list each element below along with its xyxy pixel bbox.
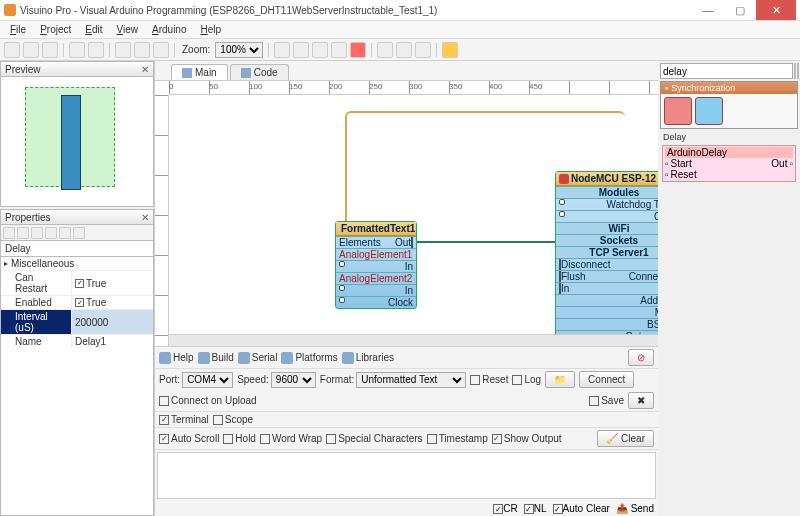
tool-save[interactable] [42, 42, 58, 58]
subtab-terminal[interactable]: ✓Terminal [159, 414, 209, 425]
tool-paste[interactable] [153, 42, 169, 58]
log-path-button[interactable]: 📁 [545, 371, 575, 388]
tool-delete[interactable] [350, 42, 366, 58]
bottom-tab-serial[interactable]: Serial [238, 352, 278, 364]
bottom-panel-close[interactable]: ⊘ [628, 349, 654, 366]
prop-tool-6[interactable] [73, 227, 85, 239]
menu-help[interactable]: Help [194, 23, 227, 36]
design-canvas[interactable]: 050100150200250300350400450 FormattedTex… [155, 81, 658, 346]
speed-select[interactable]: 9600 [271, 372, 316, 388]
node-icon [559, 174, 569, 184]
log-checkbox[interactable] [512, 375, 522, 385]
bottom-tab-platforms[interactable]: Platforms [281, 352, 337, 364]
property-row[interactable]: Can Restart✓ True [1, 270, 153, 295]
bottom-tab-help[interactable]: Help [159, 352, 194, 364]
clear-button[interactable]: 🧹 Clear [597, 430, 654, 447]
tool-copy[interactable] [134, 42, 150, 58]
opt-timestamp[interactable]: Timestamp [427, 433, 488, 444]
tool-c[interactable] [312, 42, 328, 58]
node-formattedtext1[interactable]: FormattedText1 ElementsOut AnalogElement… [335, 221, 417, 309]
connect-upload-checkbox[interactable] [159, 396, 169, 406]
tool-f[interactable] [396, 42, 412, 58]
node-nodemcu[interactable]: NodeMCU ESP-12 Modules Watchdog Timer Cl… [555, 171, 658, 346]
properties-grid[interactable]: Miscellaneous Can Restart✓ TrueEnabled✓ … [0, 257, 154, 516]
opt-word-wrap[interactable]: Word Wrap [260, 433, 322, 444]
menu-project[interactable]: Project [34, 23, 77, 36]
tool-cut[interactable] [115, 42, 131, 58]
properties-header: Properties✕ [0, 209, 154, 225]
editor-tabs: MainCode [155, 61, 658, 81]
tool-b[interactable] [293, 42, 309, 58]
preview-header: Preview✕ [0, 61, 154, 77]
center-panel: MainCode 050100150200250300350400450 For… [155, 61, 658, 516]
terminal-output[interactable] [157, 452, 656, 499]
left-panel: Preview✕ Properties✕ Delay Miscellaneous… [0, 61, 155, 516]
search-tool-1[interactable] [794, 63, 796, 79]
preview-close[interactable]: ✕ [141, 64, 149, 75]
component-icon-1[interactable] [664, 97, 692, 125]
prop-tool-1[interactable] [3, 227, 15, 239]
prop-tool-2[interactable] [17, 227, 29, 239]
prop-tool-4[interactable] [45, 227, 57, 239]
main-toolbar: Zoom: 100% [0, 39, 800, 61]
node-title: NodeMCU ESP-12 [571, 173, 656, 184]
send-button[interactable]: 📤 Send [616, 503, 654, 514]
zoom-select[interactable]: 100% [215, 42, 263, 58]
preview-pane[interactable] [0, 77, 154, 207]
tool-a[interactable] [274, 42, 290, 58]
bottom-tab-build[interactable]: Build [198, 352, 234, 364]
save-checkbox[interactable] [589, 396, 599, 406]
cr-checkbox[interactable]: ✓ [493, 504, 503, 514]
canvas-scrollbar-h[interactable] [169, 334, 658, 346]
property-category[interactable]: Miscellaneous [1, 257, 153, 270]
nl-checkbox[interactable]: ✓ [524, 504, 534, 514]
app-icon [4, 4, 16, 16]
category-panel: Synchronization [660, 81, 798, 129]
tool-undo[interactable] [69, 42, 85, 58]
search-tool-2[interactable] [797, 63, 799, 79]
tool-e[interactable] [377, 42, 393, 58]
tool-d[interactable] [331, 42, 347, 58]
port-select[interactable]: COM4 [182, 372, 233, 388]
property-row[interactable]: Enabled✓ True [1, 295, 153, 309]
tool-g[interactable] [415, 42, 431, 58]
tool-open[interactable] [23, 42, 39, 58]
reset-checkbox[interactable] [470, 375, 480, 385]
ruler-vertical [155, 95, 169, 346]
tab-code[interactable]: Code [230, 64, 289, 80]
component-icon-2[interactable] [695, 97, 723, 125]
right-panel: Synchronization Delay ArduinoDelay ▫Star… [658, 61, 800, 516]
opt-auto-scroll[interactable]: ✓Auto Scroll [159, 433, 219, 444]
tool-new[interactable] [4, 42, 20, 58]
opt-hold[interactable]: Hold [223, 433, 256, 444]
properties-object-name: Delay [0, 241, 154, 257]
tool-redo[interactable] [88, 42, 104, 58]
opt-special-characters[interactable]: Special Characters [326, 433, 422, 444]
bottom-tab-libraries[interactable]: Libraries [342, 352, 394, 364]
subtab-scope[interactable]: Scope [213, 414, 253, 425]
close-button[interactable]: ✕ [756, 0, 796, 20]
format-select[interactable]: Unformatted Text [356, 372, 466, 388]
properties-toolbar [0, 225, 154, 241]
prop-tool-5[interactable] [59, 227, 71, 239]
properties-close[interactable]: ✕ [141, 212, 149, 223]
component-search[interactable] [660, 63, 793, 79]
tool-h[interactable] [442, 42, 458, 58]
property-row[interactable]: NameDelay1 [1, 334, 153, 348]
menu-view[interactable]: View [110, 23, 144, 36]
property-row[interactable]: Interval (uS)200000 [1, 309, 153, 334]
prop-tool-3[interactable] [31, 227, 43, 239]
save-tool-button[interactable]: ✖ [628, 392, 654, 409]
menu-arduino[interactable]: Arduino [146, 23, 192, 36]
menu-file[interactable]: File [4, 23, 32, 36]
category-header[interactable]: Synchronization [661, 82, 797, 94]
component-details[interactable]: ArduinoDelay ▫StartOut▫ ▫Reset [662, 145, 796, 182]
menu-edit[interactable]: Edit [79, 23, 108, 36]
autoclear-checkbox[interactable]: ✓ [553, 504, 563, 514]
minimize-button[interactable]: — [692, 0, 724, 20]
connect-button[interactable]: Connect [579, 371, 634, 388]
speed-label: Speed: [237, 374, 269, 385]
maximize-button[interactable]: ▢ [724, 0, 756, 20]
tab-main[interactable]: Main [171, 64, 228, 80]
opt-show-output[interactable]: ✓Show Output [492, 433, 562, 444]
